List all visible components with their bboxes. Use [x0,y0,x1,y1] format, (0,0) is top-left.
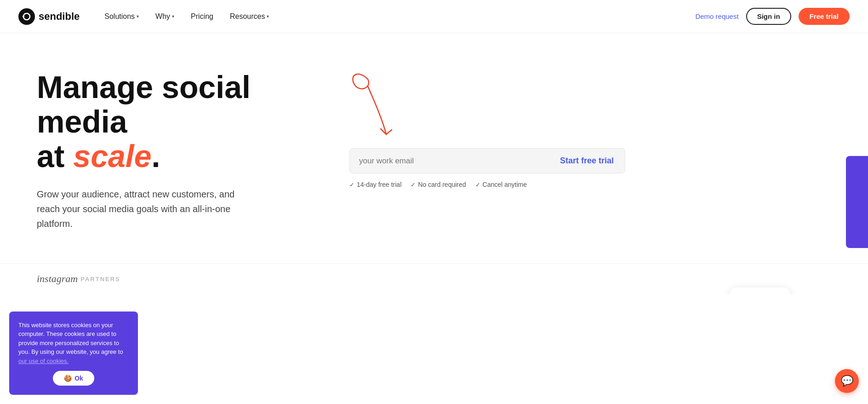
check-icon-2: ✓ [411,181,416,188]
logo[interactable]: sendible [18,8,80,25]
start-trial-button[interactable]: Start free trial [553,152,621,169]
solutions-chevron-icon: ▾ [137,14,139,19]
instagram-script-text: instagram [37,273,78,285]
hero-left: Manage social media at scale. Grow your … [37,61,322,231]
svg-point-1 [23,16,24,17]
twitter-card: Twitter [730,288,790,294]
hero-title: Manage social media at scale. [37,70,322,173]
trust-badges: ✓ 14-day free trial ✓ No card required ✓… [349,181,625,188]
email-input[interactable] [359,153,553,169]
nav-links: Solutions ▾ Why ▾ Pricing Resources ▾ [98,9,695,24]
demo-request-link[interactable]: Demo request [695,12,738,20]
freetrial-button[interactable]: Free trial [799,8,850,25]
resources-chevron-icon: ▾ [267,14,269,19]
check-icon-1: ✓ [349,181,354,188]
hero-right: Start free trial ✓ 14-day free trial ✓ N… [322,61,831,188]
sendible-logo-icon [18,8,35,25]
nav-resources[interactable]: Resources ▾ [223,9,275,24]
card-badge: ✓ No card required [411,181,466,188]
purple-sidebar-bar [846,156,868,248]
logo-text: sendible [39,11,80,23]
partners-strip: instagram PARTNERS Twitter [0,263,868,294]
decorative-arrow [322,61,423,153]
svg-point-0 [18,8,35,25]
navbar: sendible Solutions ▾ Why ▾ Pricing Resou… [0,0,868,33]
nav-right: Demo request Sign in Free trial [695,8,850,25]
email-form-wrapper: Start free trial ✓ 14-day free trial ✓ N… [349,148,625,188]
hero-section: Manage social media at scale. Grow your … [0,33,868,263]
hero-description: Grow your audience, attract new customer… [37,187,257,231]
nav-why[interactable]: Why ▾ [149,9,181,24]
signin-button[interactable]: Sign in [746,8,791,25]
nav-solutions[interactable]: Solutions ▾ [98,9,145,24]
instagram-partners: instagram PARTNERS [37,273,120,285]
trial-badge: ✓ 14-day free trial [349,181,401,188]
social-cards-preview: Twitter Instagram [661,288,859,294]
cancel-badge: ✓ Cancel anytime [475,181,527,188]
email-form: Start free trial [349,148,625,173]
partners-word: PARTNERS [80,276,120,283]
check-icon-3: ✓ [475,181,480,188]
why-chevron-icon: ▾ [172,14,174,19]
nav-pricing[interactable]: Pricing [184,9,220,24]
